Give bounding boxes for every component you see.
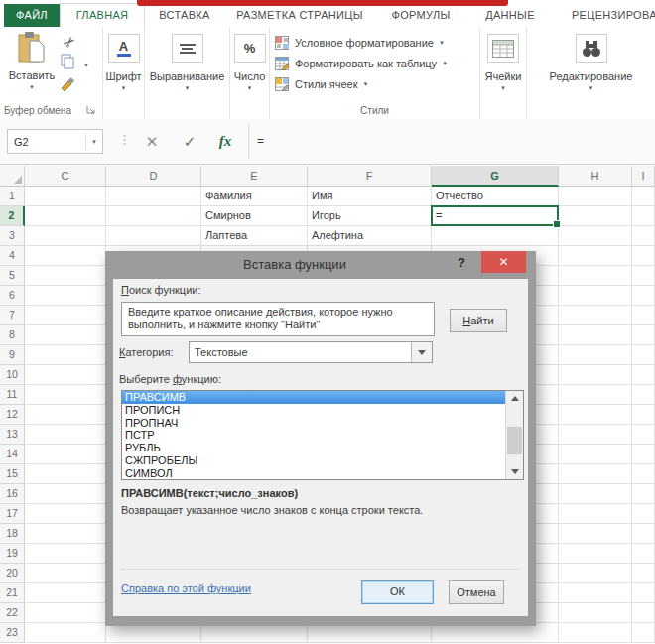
grid-cell[interactable] [559, 226, 632, 246]
grid-cell[interactable] [25, 266, 106, 286]
grid-cell[interactable] [25, 405, 106, 425]
row-header-4[interactable]: 4 [0, 246, 25, 266]
column-header-C[interactable]: C [25, 166, 106, 187]
column-header-F[interactable]: F [308, 166, 432, 187]
function-list[interactable]: ПРАВСИМВПРОПИСНПРОПНАЧПСТРРУБЛЬСЖПРОБЕЛЫ… [121, 390, 524, 480]
grid-cell[interactable] [632, 544, 655, 564]
grid-cell[interactable] [25, 246, 106, 266]
row-header-10[interactable]: 10 [0, 365, 25, 385]
grid-cell[interactable] [559, 583, 632, 603]
row-header-7[interactable]: 7 [0, 306, 25, 325]
grid-cell[interactable] [632, 405, 655, 425]
row-header-15[interactable]: 15 [0, 464, 25, 484]
grid-cell[interactable] [25, 504, 106, 524]
grid-cell[interactable] [632, 246, 655, 266]
number-button[interactable]: % Число ▼ [230, 27, 269, 91]
row-header-18[interactable]: 18 [0, 524, 25, 544]
function-item[interactable]: ПСТР [122, 429, 507, 442]
grid-cell[interactable] [559, 464, 632, 484]
row-header-3[interactable]: 3 [0, 226, 25, 246]
row-header-11[interactable]: 11 [0, 385, 25, 405]
grid-cell[interactable] [632, 524, 655, 544]
row-header-13[interactable]: 13 [0, 425, 25, 445]
grid-cell[interactable] [632, 425, 655, 445]
grid-cell[interactable] [559, 405, 632, 425]
grid-cell[interactable]: Имя [308, 187, 432, 206]
row-header-23[interactable]: 23 [0, 623, 25, 643]
grid-cell[interactable] [559, 246, 632, 266]
grid-cell[interactable] [632, 206, 655, 226]
grid-cell[interactable] [632, 564, 655, 583]
grid-cell[interactable] [559, 524, 632, 544]
function-item[interactable]: СЖПРОБЕЛЫ [122, 454, 507, 467]
cut-button[interactable]: ✂ [60, 33, 79, 51]
column-header-G[interactable]: G [432, 166, 559, 187]
search-function-input[interactable]: Введите краткое описание действия, котор… [121, 302, 435, 336]
row-header-17[interactable]: 17 [0, 504, 25, 524]
row-header-14[interactable]: 14 [0, 445, 25, 464]
tab-данные[interactable]: ДАННЫЕ [466, 4, 554, 27]
grid-cell[interactable] [632, 583, 655, 603]
grid-cell[interactable] [632, 385, 655, 405]
find-button[interactable]: Найти [450, 309, 507, 332]
grid-cell[interactable] [559, 286, 632, 306]
copy-button[interactable] [58, 53, 77, 70]
grid-cell[interactable]: Отчество [432, 187, 559, 206]
row-header-20[interactable]: 20 [0, 564, 25, 583]
cell-styles-button[interactable]: Стили ячеек ▼ [270, 73, 479, 94]
grid-cell[interactable] [25, 544, 106, 564]
cancel-button[interactable]: Отмена [449, 580, 504, 604]
format-as-table-button[interactable]: Форматировать как таблицу ▼ [270, 53, 479, 73]
grid-cell[interactable] [559, 544, 632, 564]
dialog-help-button[interactable]: ? [453, 255, 470, 270]
scroll-down-icon[interactable] [506, 464, 523, 479]
grid-cell[interactable] [632, 345, 655, 365]
grid-cell[interactable]: Смирнов [201, 206, 308, 226]
grid-cell[interactable]: Фамилия [201, 187, 308, 206]
grid-cell[interactable] [201, 623, 308, 643]
grid-cell[interactable] [559, 187, 632, 206]
row-header-6[interactable]: 6 [0, 286, 25, 306]
enter-entry-button[interactable]: ✓ [177, 129, 202, 154]
grid-cell[interactable] [632, 286, 655, 306]
cells-button[interactable]: Ячейки ▼ [480, 27, 526, 91]
column-header-H[interactable]: H [559, 166, 632, 187]
tab-вставка[interactable]: ВСТАВКА [145, 4, 224, 27]
name-box[interactable]: G2 ▼ [7, 129, 103, 154]
grid-cell[interactable] [559, 206, 632, 226]
grid-cell[interactable] [25, 623, 106, 643]
function-item[interactable]: ПРОПИСН [122, 404, 507, 417]
grid-cell[interactable] [632, 623, 655, 643]
grid-cell[interactable] [632, 504, 655, 524]
function-item[interactable]: СИМВОЛ [122, 467, 507, 480]
grid-cell[interactable] [559, 603, 632, 623]
row-header-9[interactable]: 9 [0, 345, 25, 365]
grid-cell[interactable] [559, 365, 632, 385]
name-box-dropdown-icon[interactable]: ▼ [86, 139, 102, 145]
grid-cell[interactable] [632, 445, 655, 464]
active-cell[interactable]: = [431, 205, 559, 226]
grid-cell[interactable] [25, 345, 106, 365]
grid-cell[interactable] [632, 187, 655, 206]
grid-cell[interactable] [25, 286, 106, 306]
grid-cell[interactable] [25, 464, 106, 484]
function-item[interactable]: ПРОПНАЧ [122, 417, 507, 430]
grid-cell[interactable] [25, 484, 106, 504]
column-header-E[interactable]: E [201, 166, 308, 187]
tab-файл[interactable]: ФАЙЛ [4, 4, 60, 27]
grid-cell[interactable] [559, 484, 632, 504]
grid-cell[interactable] [25, 226, 106, 246]
grid-cell[interactable] [632, 266, 655, 286]
tab-формулы[interactable]: ФОРМУЛЫ [375, 4, 466, 27]
grid-cell[interactable] [559, 564, 632, 583]
row-header-8[interactable]: 8 [0, 325, 25, 345]
grid-cell[interactable] [632, 365, 655, 385]
cancel-entry-button[interactable]: ✕ [139, 129, 165, 154]
grid-cell[interactable] [632, 226, 655, 246]
grid-cell[interactable] [25, 187, 106, 206]
font-button[interactable]: А Шрифт ▼ [103, 27, 144, 91]
copy-caret[interactable]: ▼ [81, 55, 91, 72]
grid-cell[interactable] [106, 187, 201, 206]
dialog-close-button[interactable]: ✕ [481, 251, 526, 273]
grid-cell[interactable] [559, 445, 632, 464]
